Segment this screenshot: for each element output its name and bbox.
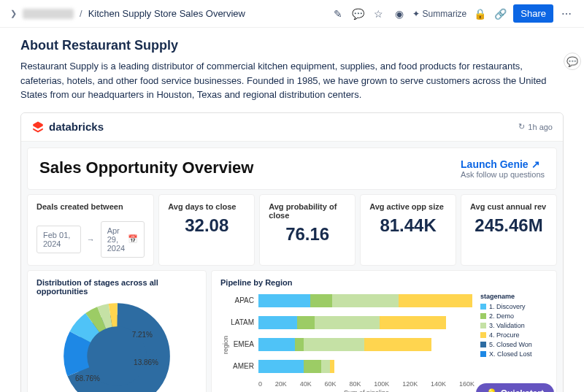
dashboard-title: Sales Opportunity Overview — [39, 158, 253, 177]
arrow-right-icon: → — [87, 235, 95, 244]
region-title: Pipeline by Region — [220, 278, 548, 287]
launch-genie-link[interactable]: Launch Genie ↗ — [461, 158, 545, 170]
edit-icon[interactable]: ✎ — [331, 7, 345, 21]
page-title: About Restaurant Supply — [20, 38, 564, 53]
link-icon[interactable]: 🔗 — [493, 7, 507, 21]
donut-label-b: 13.86% — [134, 358, 158, 366]
collapse-icon[interactable]: ❯ — [10, 9, 17, 18]
genie-block[interactable]: Launch Genie ↗ Ask follow up questions — [461, 158, 545, 179]
star-icon[interactable]: ☆ — [372, 7, 386, 21]
summarize-label: Summarize — [423, 9, 467, 19]
side-comments-icon[interactable]: 💬 — [564, 53, 581, 70]
donut-chart: 68.76% 13.86% 7.21% — [62, 301, 172, 393]
share-button[interactable]: Share — [513, 4, 553, 23]
date-filter-card: Deals created between Feb 01, 2024 → Apr… — [27, 194, 154, 266]
donut-label-c: 7.21% — [132, 331, 153, 339]
region-xlabel: Sum of pipeline — [258, 389, 474, 393]
top-bar: ❯ / Kitchen Supply Store Sales Overview … — [0, 0, 584, 28]
comment-icon[interactable]: 💬 — [351, 7, 366, 21]
more-icon[interactable]: ⋯ — [559, 7, 574, 21]
genie-subtitle: Ask follow up questions — [461, 170, 545, 179]
region-chart-card: Pipeline by Region region APAC LATAM EME… — [211, 270, 557, 393]
deals-label: Deals created between — [36, 202, 145, 211]
breadcrumb[interactable]: Kitchen Supply Store Sales Overview — [88, 8, 245, 19]
databricks-logo: databricks — [31, 120, 104, 134]
watch-icon[interactable]: ◉ — [392, 7, 407, 21]
quickstart-button[interactable]: 💡 Quickstart — [476, 383, 554, 393]
space-name-redacted — [23, 9, 74, 19]
region-ylabel: region — [220, 293, 231, 393]
kpi-days-to-close: Avg days to close 32.08 — [158, 194, 255, 266]
date-from-input[interactable]: Feb 01, 2024 — [36, 226, 81, 253]
brand-label: databricks — [49, 120, 104, 133]
kpi-prob-close: Avg probability of close 76.16 — [259, 194, 356, 266]
kpi-annual-rev: Avg cust annual rev 245.46M — [461, 194, 557, 266]
kpi-opp-size: Avg active opp size 81.44K — [360, 194, 456, 266]
date-to-input[interactable]: Apr 29, 2024📅 — [101, 221, 145, 258]
summarize-button[interactable]: ✦ Summarize — [412, 9, 467, 19]
calendar-icon[interactable]: 📅 — [128, 234, 138, 244]
donut-label-a: 68.76% — [75, 374, 100, 383]
region-legend: stagename 1. Discovery 2. Demo 3. Valida… — [474, 293, 548, 393]
breadcrumb-separator: / — [80, 8, 82, 19]
page-intro: Restaurant Supply is a leading distribut… — [20, 59, 564, 102]
donut-title: Distribution of stages across all opport… — [36, 278, 197, 296]
donut-chart-card: Distribution of stages across all opport… — [27, 270, 207, 393]
region-bars: APAC LATAM EMEA AMER 020K40K60K80K100K12… — [231, 293, 474, 393]
dashboard-embed: databricks ↻ 1h ago Sales Opportunity Ov… — [20, 112, 564, 393]
lock-icon[interactable]: 🔒 — [472, 7, 487, 21]
refresh-time[interactable]: ↻ 1h ago — [518, 122, 553, 131]
